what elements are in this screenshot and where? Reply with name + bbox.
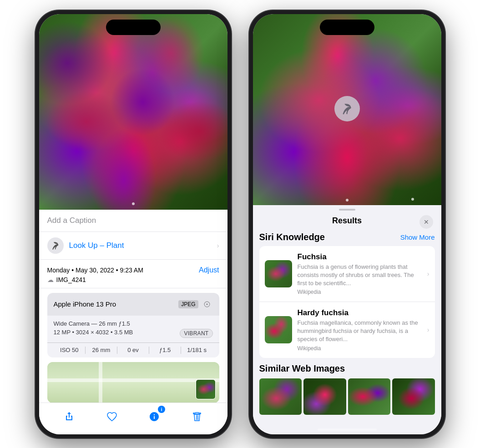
fuchsia-text: Fuchsia Fuchsia is a genus of flowering … (298, 252, 422, 296)
hardy-chevron-icon: › (427, 326, 429, 333)
exif-ev: 0 ev (117, 347, 149, 353)
hardy-thumbnail (265, 316, 292, 343)
knowledge-item-hardy-fuchsia[interactable]: Hardy fuchsia Fuchsia magellanica, commo… (259, 302, 435, 358)
date-row: Monday • May 30, 2022 • 9:23 AM Adjust (47, 266, 219, 274)
dynamic-island (106, 20, 161, 35)
similar-section: Similar Web Images (259, 363, 435, 415)
results-handle[interactable] (339, 209, 355, 211)
fuchsia-thumbnail (265, 260, 292, 287)
camera-header: Apple iPhone 13 Pro JPEG (47, 293, 219, 316)
close-button[interactable]: ✕ (419, 215, 433, 229)
svg-point-1 (206, 303, 208, 305)
camera-specs: 12 MP • 3024 × 4032 • 3.5 MB (54, 329, 133, 336)
exif-aperture: ƒ1.5 (149, 347, 181, 353)
dynamic-island-right (320, 20, 374, 35)
format-badge: JPEG (178, 300, 198, 308)
siri-knowledge-title: Siri Knowledge (259, 232, 325, 242)
map-road-vertical (99, 362, 102, 403)
photo-area[interactable] (39, 14, 227, 210)
fuchsia-name: Fuchsia (298, 252, 422, 262)
exif-row: ISO 50 26 mm 0 ev ƒ1.5 1/181 s (47, 342, 219, 357)
fuchsia-chevron-icon: › (427, 270, 429, 277)
map-area[interactable] (47, 362, 219, 403)
knowledge-item-fuchsia[interactable]: Fuchsia Fuchsia is a genus of flowering … (259, 246, 435, 302)
results-content: Siri Knowledge Show More Fuchsia (253, 230, 441, 434)
similar-title: Similar Web Images (259, 363, 435, 374)
filename-text: IMG_4241 (56, 276, 86, 283)
right-phone: Results ✕ Siri Knowledge Show More (249, 10, 445, 438)
show-more-button[interactable]: Show More (400, 233, 435, 241)
date-section: Monday • May 30, 2022 • 9:23 AM Adjust ☁… (39, 260, 227, 288)
home-bar-right (318, 428, 377, 431)
right-page-indicator (411, 198, 414, 201)
camera-model: Apple iPhone 13 Pro (54, 300, 116, 308)
hardy-thumb-image (265, 316, 292, 343)
caption-section: Add a Caption (39, 210, 227, 232)
map-background (47, 362, 219, 403)
favorite-button[interactable] (102, 407, 122, 427)
fuchsia-description: Fuchsia is a genus of flowering plants t… (298, 263, 422, 288)
main-container: Add a Caption Look Up – Plant › (0, 0, 480, 448)
lookup-value: Plant (104, 241, 124, 250)
similar-image-2[interactable] (303, 378, 346, 415)
exif-shutter: 1/181 s (181, 347, 213, 353)
siri-dot (346, 199, 349, 201)
results-panel: Results ✕ Siri Knowledge Show More (253, 205, 441, 434)
lookup-row[interactable]: Look Up – Plant › (39, 232, 227, 260)
leaf-icon (51, 241, 60, 250)
fuchsia-source: Wikipedia (298, 289, 422, 295)
lookup-label: Look Up – Plant (69, 241, 124, 250)
share-button[interactable] (59, 407, 79, 427)
right-photo-area[interactable] (253, 14, 441, 205)
location-icon (201, 298, 213, 310)
adjust-button[interactable]: Adjust (199, 266, 219, 274)
page-indicator (132, 202, 135, 205)
map-thumbnail (196, 379, 216, 399)
similar-image-1[interactable] (259, 378, 302, 415)
info-button[interactable]: i (144, 407, 164, 427)
home-bar (104, 428, 163, 431)
results-header: Results ✕ (253, 212, 441, 230)
camera-detail: Wide Camera — 26 mm ƒ1.5 12 MP • 3024 × … (47, 316, 219, 342)
fuchsia-thumb-image (265, 260, 292, 287)
similar-image-grid (259, 378, 435, 415)
left-phone-screen: Add a Caption Look Up – Plant › (39, 14, 227, 434)
chevron-right-icon: › (217, 242, 219, 249)
info-badge: i (158, 406, 165, 413)
left-screen-content: Add a Caption Look Up – Plant › (39, 14, 227, 434)
flower-photo (39, 14, 227, 210)
similar-image-3[interactable] (348, 378, 391, 415)
hardy-description: Fuchsia magellanica, commonly known as t… (298, 319, 422, 344)
filename-row: ☁ IMG_4241 (47, 276, 219, 283)
hardy-text: Hardy fuchsia Fuchsia magellanica, commo… (298, 308, 422, 352)
vibrant-badge: VIBRANT (180, 329, 212, 338)
results-title: Results (332, 216, 362, 226)
siri-visual-button[interactable] (334, 96, 360, 121)
right-screen-content: Results ✕ Siri Knowledge Show More (253, 14, 441, 434)
exif-focal: 26 mm (86, 347, 117, 353)
siri-knowledge-header: Siri Knowledge Show More (259, 232, 435, 242)
left-phone: Add a Caption Look Up – Plant › (35, 10, 231, 438)
similar-image-4[interactable] (392, 378, 435, 415)
camera-section: Apple iPhone 13 Pro JPEG (47, 293, 219, 357)
exif-iso: ISO 50 (54, 347, 86, 353)
caption-placeholder[interactable]: Add a Caption (47, 216, 96, 225)
delete-button[interactable] (187, 407, 207, 427)
knowledge-card: Fuchsia Fuchsia is a genus of flowering … (259, 246, 435, 358)
date-text: Monday • May 30, 2022 • 9:23 AM (47, 267, 143, 274)
hardy-source: Wikipedia (298, 345, 422, 352)
cloud-icon: ☁ (47, 276, 54, 283)
map-road-horizontal (47, 378, 219, 382)
camera-lens: Wide Camera — 26 mm ƒ1.5 (54, 320, 213, 327)
camera-badges: JPEG (178, 298, 212, 310)
flower-detail (39, 14, 227, 210)
lookup-icon (47, 237, 64, 254)
map-thumb-image (196, 380, 215, 399)
right-phone-screen: Results ✕ Siri Knowledge Show More (253, 14, 441, 434)
hardy-name: Hardy fuchsia (298, 308, 422, 317)
photo-info-area: Add a Caption Look Up – Plant › (39, 210, 227, 403)
